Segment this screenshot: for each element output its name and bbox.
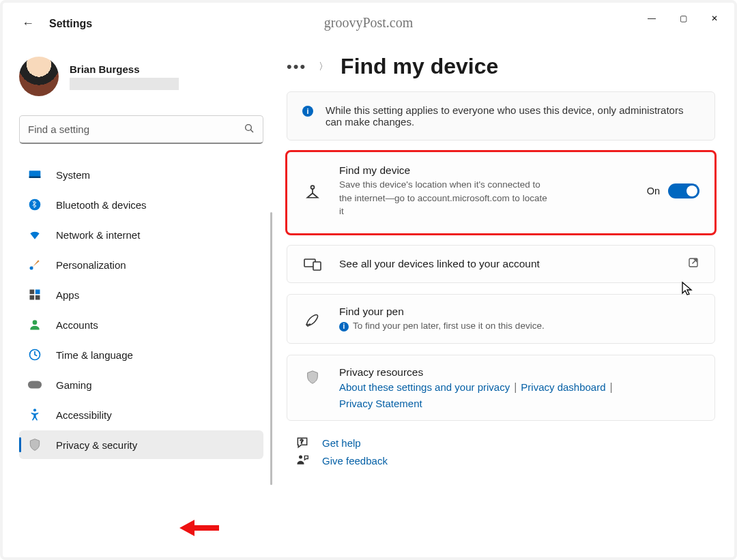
svg-rect-6 [30, 290, 35, 295]
external-link-icon [687, 256, 699, 271]
page-title: Find my device [341, 54, 498, 79]
svg-rect-3 [29, 177, 41, 179]
breadcrumb-overflow-icon[interactable]: ••• [287, 58, 306, 76]
svg-rect-9 [35, 295, 40, 300]
avatar [19, 57, 59, 96]
window-maximize-button[interactable]: ▢ [667, 8, 699, 29]
brush-icon [27, 257, 42, 272]
card-title: Find your pen [339, 306, 699, 318]
svg-text:?: ? [300, 438, 304, 445]
main-content: ••• 〉 Find my device i While this settin… [276, 33, 734, 557]
nav-label: Gaming [56, 379, 92, 391]
sidebar-item-gaming[interactable]: Gaming [19, 370, 263, 399]
svg-point-0 [246, 124, 252, 130]
apps-icon [27, 287, 42, 302]
svg-point-10 [33, 320, 38, 325]
person-icon [27, 317, 42, 332]
search-placeholder: Find a setting [28, 123, 237, 135]
nav-list: System Bluetooth & devices Network & int… [19, 160, 263, 459]
svg-point-13 [33, 409, 36, 411]
devices-icon [302, 256, 323, 271]
sidebar-item-time-language[interactable]: Time & language [19, 340, 263, 369]
app-title: Settings [49, 18, 92, 30]
profile-email-redacted [70, 78, 179, 90]
svg-rect-7 [35, 290, 40, 295]
get-help-link[interactable]: Get help [322, 437, 361, 449]
nav-label: Time & language [56, 349, 133, 361]
wifi-icon [27, 227, 42, 242]
watermark-text: groovyPost.com [324, 15, 414, 31]
nav-label: Apps [56, 289, 79, 301]
sidebar-item-system[interactable]: System [19, 160, 263, 189]
search-icon [244, 123, 255, 136]
sidebar-item-bluetooth[interactable]: Bluetooth & devices [19, 190, 263, 219]
sidebar-item-privacy-security[interactable]: Privacy & security [19, 430, 263, 459]
sidebar-item-apps[interactable]: Apps [19, 280, 263, 309]
profile-name: Brian Burgess [70, 63, 179, 75]
toggle-label: On [647, 186, 660, 196]
find-pen-card: Find your pen iTo find your pen later, f… [287, 294, 715, 344]
info-banner: i While this setting applies to everyone… [287, 91, 715, 141]
search-input[interactable]: Find a setting [19, 115, 263, 144]
give-feedback-link[interactable]: Give feedback [322, 455, 388, 467]
system-icon [27, 167, 42, 182]
card-title: See all your devices linked to your acco… [339, 258, 671, 270]
breadcrumb: ••• 〉 Find my device [287, 54, 715, 79]
pen-icon [302, 310, 323, 327]
help-icon: ? [295, 436, 310, 450]
sidebar: Brian Burgess Find a setting System Blue… [3, 33, 276, 557]
accessibility-icon [27, 407, 42, 422]
info-icon: i [302, 106, 313, 117]
nav-label: Network & internet [56, 229, 140, 241]
annotation-arrow-icon [179, 516, 220, 540]
card-description: Save this device's location when it's co… [339, 178, 551, 218]
nav-label: Privacy & security [56, 439, 137, 451]
window-close-button[interactable]: ✕ [699, 8, 730, 29]
sidebar-item-accounts[interactable]: Accounts [19, 310, 263, 339]
info-icon: i [339, 322, 349, 331]
svg-rect-12 [28, 381, 42, 389]
nav-label: System [56, 169, 90, 181]
profile-block[interactable]: Brian Burgess [19, 57, 263, 96]
nav-label: Accounts [56, 319, 98, 331]
back-icon[interactable]: ← [22, 16, 34, 31]
linked-devices-card[interactable]: See all your devices linked to your acco… [287, 245, 715, 283]
window-minimize-button[interactable]: — [636, 8, 667, 29]
nav-label: Bluetooth & devices [56, 199, 147, 211]
privacy-link-dashboard[interactable]: Privacy dashboard [521, 381, 605, 394]
svg-point-16 [311, 186, 315, 189]
banner-text: While this setting applies to everyone w… [326, 104, 699, 128]
bluetooth-icon [27, 197, 42, 212]
card-title: Privacy resources [339, 366, 699, 379]
privacy-link-statement[interactable]: Privacy Statement [339, 398, 422, 409]
give-feedback-row[interactable]: Give feedback [287, 454, 715, 467]
svg-point-21 [299, 456, 302, 459]
find-my-device-toggle[interactable] [668, 183, 699, 198]
privacy-link-about[interactable]: About these settings and your privacy [339, 381, 510, 394]
sidebar-item-accessibility[interactable]: Accessibility [19, 400, 263, 429]
svg-rect-8 [30, 295, 35, 300]
shield-icon [27, 437, 42, 452]
find-my-device-card: Find my device Save this device's locati… [287, 151, 715, 234]
nav-label: Accessibility [56, 409, 112, 421]
shield-icon [302, 369, 323, 385]
sidebar-item-personalization[interactable]: Personalization [19, 250, 263, 279]
location-pin-icon [302, 182, 323, 200]
gamepad-icon [27, 377, 42, 392]
svg-point-5 [30, 267, 33, 270]
clock-globe-icon [27, 347, 42, 362]
svg-rect-18 [313, 262, 321, 270]
card-title: Find my device [339, 164, 631, 177]
privacy-resources-card: Privacy resources About these settings a… [287, 355, 715, 421]
nav-label: Personalization [56, 259, 126, 271]
chevron-right-icon: 〉 [319, 61, 328, 73]
svg-marker-15 [179, 520, 194, 536]
feedback-icon [295, 454, 310, 467]
get-help-row[interactable]: ? Get help [287, 436, 715, 450]
svg-line-1 [250, 130, 253, 132]
sidebar-item-network[interactable]: Network & internet [19, 220, 263, 249]
sidebar-scrollbar[interactable] [269, 212, 273, 549]
card-description: iTo find your pen later, first use it on… [339, 319, 699, 333]
